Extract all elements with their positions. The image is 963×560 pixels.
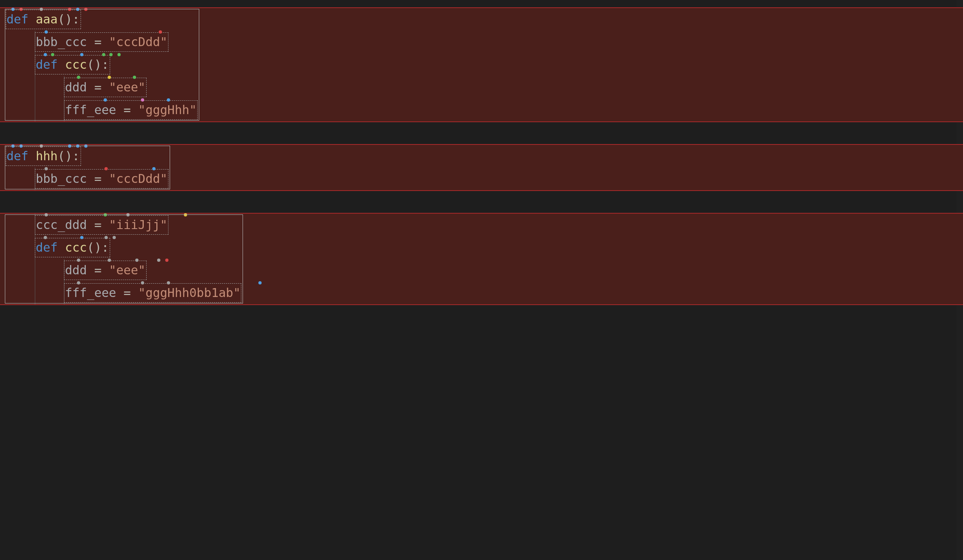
- token-op: =: [94, 80, 109, 94]
- token-punc: :: [72, 12, 80, 26]
- token-punc: ): [94, 240, 102, 255]
- diff-block: ccc_ddd = "iiiJjj" def ccc(): ddd = "eee…: [0, 213, 963, 305]
- code-text: def ccc():: [0, 53, 109, 76]
- code-line[interactable]: def ccc():: [0, 236, 963, 259]
- code-line[interactable]: def ccc():: [0, 53, 963, 76]
- token-str: "eee": [109, 80, 145, 94]
- indent-guide: [64, 282, 64, 304]
- code-line[interactable]: ddd = "eee": [0, 259, 963, 282]
- indent-guide: [35, 168, 35, 190]
- token-str: "iiiJjj": [109, 218, 168, 232]
- token-punc: ): [65, 149, 72, 163]
- indent-guide: [35, 76, 35, 99]
- token-name: bbb_ccc: [36, 35, 94, 49]
- token-name: ccc_ddd: [36, 218, 94, 232]
- token-str: "gggHhh": [138, 103, 197, 117]
- token-op: =: [94, 218, 109, 232]
- token-op: =: [94, 263, 109, 277]
- token-kw: def: [36, 240, 65, 255]
- indent-guide: [64, 259, 64, 282]
- diff-block: def hhh(): bbb_ccc = "cccDdd": [0, 144, 963, 191]
- code-line[interactable]: fff_eee = "gggHhh": [0, 99, 963, 121]
- token-name: bbb_ccc: [36, 172, 94, 186]
- annotation-dot: [84, 144, 87, 148]
- token-punc: ): [65, 12, 72, 26]
- code-line[interactable]: ddd = "eee": [0, 76, 963, 99]
- code-line[interactable]: def aaa():: [0, 8, 963, 31]
- token-op: =: [94, 172, 109, 186]
- token-punc: (: [58, 149, 65, 163]
- token-fn: ccc: [65, 240, 87, 255]
- indent-guide: [35, 236, 35, 259]
- code-text: def hhh():: [0, 145, 80, 168]
- code-text: def aaa():: [0, 8, 80, 31]
- code-text: bbb_ccc = "cccDdd": [0, 168, 167, 190]
- token-str: "gggHhh0bb1ab": [138, 286, 241, 300]
- annotation-dot: [157, 259, 160, 262]
- indent-guide: [64, 99, 64, 121]
- indent-guide: [35, 282, 35, 304]
- token-punc: :: [72, 149, 80, 163]
- code-text: fff_eee = "gggHhh0bb1ab": [0, 282, 241, 304]
- token-fn: aaa: [36, 12, 58, 26]
- annotation-dot: [84, 8, 87, 11]
- token-fn: hhh: [36, 149, 58, 163]
- token-str: "cccDdd": [109, 35, 168, 49]
- annotation-dot: [258, 281, 262, 284]
- token-name: fff_eee: [65, 103, 124, 117]
- code-line[interactable]: ccc_ddd = "iiiJjj": [0, 214, 963, 236]
- annotation-dot: [165, 259, 168, 262]
- token-str: "eee": [109, 263, 145, 277]
- indent-guide: [35, 259, 35, 282]
- code-line[interactable]: bbb_ccc = "cccDdd": [0, 31, 963, 53]
- token-kw: def: [36, 57, 65, 72]
- indent-guide: [35, 31, 35, 53]
- token-op: =: [124, 103, 138, 117]
- indent-guide: [35, 53, 35, 76]
- token-punc: (: [58, 12, 65, 26]
- token-fn: ccc: [65, 57, 87, 72]
- code-text: def ccc():: [0, 236, 109, 259]
- token-op: =: [124, 286, 138, 300]
- token-punc: (: [87, 57, 94, 72]
- code-line[interactable]: bbb_ccc = "cccDdd": [0, 168, 963, 190]
- token-str: "cccDdd": [109, 172, 168, 186]
- indent-guide: [35, 99, 35, 121]
- code-line[interactable]: fff_eee = "gggHhh0bb1ab": [0, 282, 963, 304]
- token-name: ddd: [65, 263, 94, 277]
- code-text: ccc_ddd = "iiiJjj": [0, 214, 167, 236]
- annotation-dot: [109, 53, 113, 56]
- token-punc: :: [102, 57, 109, 72]
- annotation-dot: [113, 236, 116, 239]
- token-name: ddd: [65, 80, 94, 94]
- token-kw: def: [6, 149, 36, 163]
- code-text: ddd = "eee": [0, 259, 145, 282]
- token-punc: (: [87, 240, 94, 255]
- code-text: bbb_ccc = "cccDdd": [0, 31, 167, 53]
- code-text: fff_eee = "gggHhh": [0, 99, 197, 121]
- indent-guide: [64, 76, 64, 99]
- indent-guide: [35, 214, 35, 236]
- annotation-dot: [117, 53, 121, 56]
- code-line[interactable]: def hhh():: [0, 145, 963, 168]
- token-name: fff_eee: [65, 286, 124, 300]
- code-editor[interactable]: def aaa(): bbb_ccc = "cccDdd" def ccc():…: [0, 0, 963, 560]
- annotation-dot: [184, 213, 187, 216]
- diff-block: def aaa(): bbb_ccc = "cccDdd" def ccc():…: [0, 7, 963, 122]
- code-text: ddd = "eee": [0, 76, 145, 99]
- token-punc: :: [102, 240, 109, 255]
- token-punc: ): [94, 57, 102, 72]
- token-op: =: [94, 35, 109, 49]
- token-kw: def: [6, 12, 36, 26]
